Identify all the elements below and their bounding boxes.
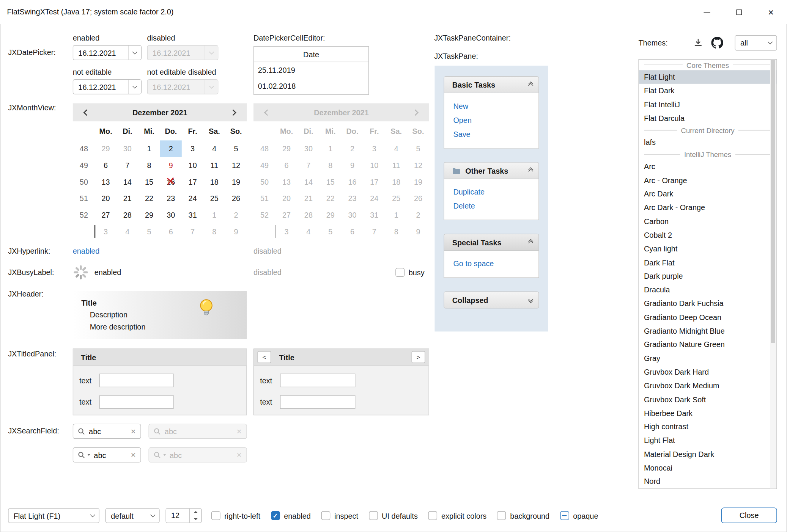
theme-item[interactable]: Dracula	[639, 283, 776, 297]
theme-item[interactable]: Light Flat	[639, 433, 776, 447]
previous-month-button[interactable]	[81, 107, 92, 118]
theme-item[interactable]: Flat Darcula	[639, 111, 776, 125]
font-size-value[interactable]: 12	[166, 508, 189, 523]
monthview-day[interactable]: 13	[95, 174, 116, 190]
taskpane-link[interactable]: Go to space	[453, 257, 538, 271]
checkbox-enabled[interactable]: ✓enabled	[271, 511, 311, 520]
monthview-day[interactable]: 9	[160, 157, 182, 174]
theme-item[interactable]: Nord	[639, 475, 776, 488]
titled-panel-left-button[interactable]: <	[258, 351, 271, 363]
monthview-day[interactable]: 29	[95, 140, 116, 157]
checkbox-busy[interactable]: busy	[395, 265, 424, 280]
theme-item[interactable]: Monocai	[639, 461, 776, 475]
monthview-day[interactable]: 4	[116, 223, 138, 240]
theme-item[interactable]: lafs	[639, 135, 776, 149]
taskpane-link[interactable]: Delete	[453, 199, 538, 213]
search-input[interactable]: abc	[89, 427, 127, 435]
minimize-button[interactable]	[691, 0, 723, 24]
search-field-enabled[interactable]: abc ✕	[73, 424, 141, 439]
collapse-icon[interactable]	[529, 168, 532, 173]
table-row[interactable]: 01.02.2018	[254, 78, 368, 94]
monthview-day[interactable]: 12	[225, 157, 247, 174]
monthview-day[interactable]: 24	[182, 190, 203, 207]
checkbox-box[interactable]	[497, 511, 506, 520]
monthview-day[interactable]: 8	[203, 223, 225, 240]
hyperlink-enabled[interactable]: enabled	[73, 247, 100, 255]
checkbox-inspect[interactable]: inspect	[321, 511, 358, 520]
monthview-day[interactable]: 31	[182, 207, 203, 223]
monthview-day[interactable]: 6	[160, 223, 182, 240]
theme-item[interactable]: Arc Dark	[639, 187, 776, 201]
github-icon[interactable]	[711, 37, 723, 50]
monthview-day[interactable]: 26	[225, 190, 247, 207]
monthview-day[interactable]: 27	[95, 207, 116, 223]
checkbox-box[interactable]	[560, 511, 569, 520]
monthview-day[interactable]: 14	[116, 174, 138, 190]
monthview-day[interactable]: 23	[160, 190, 182, 207]
datepicker-dropdown-button[interactable]	[128, 80, 141, 94]
monthview-day[interactable]: 1	[138, 140, 160, 157]
monthview-day[interactable]: 10	[182, 157, 203, 174]
monthview-day[interactable]: 17	[182, 174, 203, 190]
monthview-day[interactable]: 25	[203, 190, 225, 207]
theme-item[interactable]: Flat IntelliJ	[639, 97, 776, 111]
monthview-day[interactable]: 29	[138, 207, 160, 223]
search-menu-arrow-icon[interactable]	[87, 454, 90, 456]
monthview-day[interactable]: 2	[225, 207, 247, 223]
spinner-up-button[interactable]	[190, 508, 201, 516]
theme-item[interactable]: Gruvbox Dark Soft	[639, 392, 776, 406]
theme-item[interactable]: Arc - Orange	[639, 173, 776, 187]
theme-item[interactable]: Gradianto Nature Green	[639, 338, 776, 352]
collapse-icon[interactable]	[529, 82, 532, 87]
collapse-icon[interactable]	[529, 240, 532, 245]
monthview-day[interactable]: 22	[138, 190, 160, 207]
theme-item[interactable]: Gruvbox Dark Medium	[639, 379, 776, 392]
datepicker-value[interactable]: 16.12.2021	[73, 49, 128, 57]
checkbox-box[interactable]	[428, 511, 438, 520]
monthview-day[interactable]: 3	[95, 223, 116, 240]
checkbox-explicit-colors[interactable]: explicit colors	[428, 511, 486, 520]
datepicker-enabled[interactable]: 16.12.2021	[73, 45, 142, 60]
monthview-day[interactable]: 2	[160, 140, 182, 157]
search-input[interactable]: abc	[94, 450, 127, 459]
theme-item[interactable]: Gray	[639, 352, 776, 365]
checkbox-right-to-left[interactable]: right-to-left	[211, 511, 260, 520]
text-input[interactable]	[280, 373, 355, 387]
taskpane-header[interactable]: Special Tasks	[444, 234, 539, 251]
theme-item[interactable]: Carbon	[639, 215, 776, 228]
table-column-header[interactable]: Date	[254, 47, 368, 62]
monthview-day[interactable]: 21	[116, 190, 138, 207]
monthview-day[interactable]: 5	[225, 140, 247, 157]
text-input[interactable]	[99, 373, 174, 387]
theme-item[interactable]: Arc Dark - Orange	[639, 201, 776, 215]
monthview-day[interactable]: 30	[116, 140, 138, 157]
theme-item[interactable]: Gruvbox Dark Hard	[639, 365, 776, 379]
taskpane-link[interactable]: New	[453, 100, 538, 114]
font-size-spinner[interactable]: 12	[165, 508, 201, 523]
monthview-day[interactable]: 1	[203, 207, 225, 223]
monthview-day[interactable]: 8	[138, 157, 160, 174]
clear-icon[interactable]: ✕	[131, 428, 136, 435]
expand-icon[interactable]	[529, 297, 532, 302]
theme-item[interactable]: Dark purple	[639, 269, 776, 283]
theme-item[interactable]: Arc	[639, 160, 776, 173]
combo-dropdown-button[interactable]	[763, 36, 776, 50]
spinner-down-button[interactable]	[190, 516, 201, 523]
taskpane-header[interactable]: Basic Tasks	[444, 76, 539, 93]
theme-item[interactable]: Gradianto Dark Fuchsia	[639, 297, 776, 310]
search-field-with-menu-enabled[interactable]: abc ✕	[73, 447, 141, 463]
laf-combo[interactable]: Flat Light (F1)	[8, 508, 99, 523]
monthview-day[interactable]: 15	[138, 174, 160, 190]
text-input[interactable]	[99, 395, 174, 409]
datepicker-not-editable[interactable]: 16.12.2021	[73, 79, 142, 94]
monthview-day[interactable]: 5	[138, 223, 160, 240]
monthview-day[interactable]: 30	[160, 207, 182, 223]
font-combo[interactable]: default	[105, 508, 160, 523]
monthview-day[interactable]: 9	[225, 223, 247, 240]
monthview-day[interactable]: 18	[203, 174, 225, 190]
theme-item[interactable]: Material Design Dark	[639, 447, 776, 461]
theme-item[interactable]: Cobalt 2	[639, 228, 776, 242]
text-input[interactable]	[280, 395, 355, 409]
theme-item[interactable]: Hiberbee Dark	[639, 406, 776, 420]
checkbox-box[interactable]	[321, 511, 331, 520]
